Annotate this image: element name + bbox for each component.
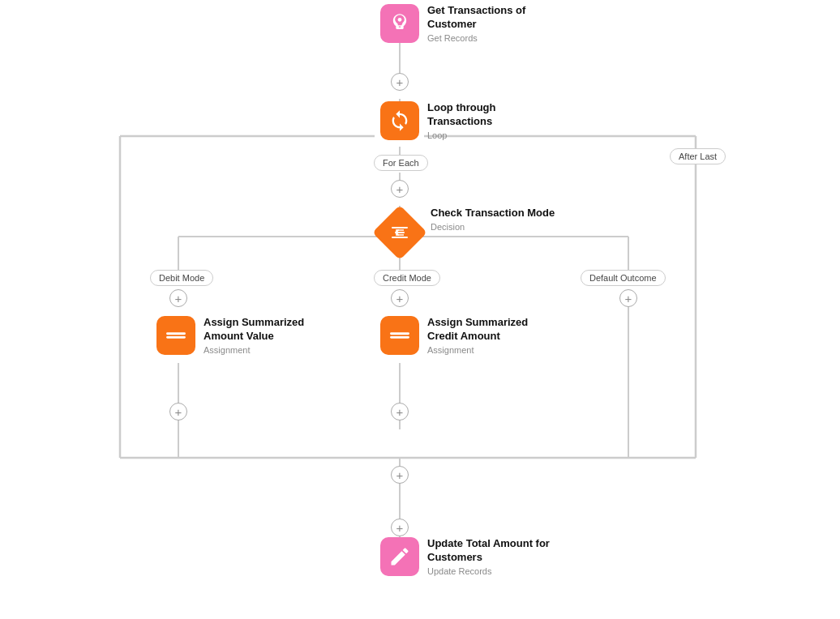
credit-mode-badge: Credit Mode [374, 270, 440, 286]
assign-debit-subtitle: Assignment [204, 345, 321, 355]
update-total-subtitle: Update Records [427, 566, 557, 576]
assign-credit-title: Assign Summarized Credit Amount [427, 316, 545, 344]
get-transactions-subtitle: Get Records [427, 33, 557, 43]
assign-credit-subtitle: Assignment [427, 345, 545, 355]
get-records-icon [380, 4, 419, 43]
assign-debit-node: Assign Summarized Amount Value Assignmen… [156, 316, 321, 355]
update-total-label: Update Total Amount for Customers Update… [427, 537, 557, 576]
assign-debit-icon [156, 316, 195, 355]
add-btn-merge[interactable]: + [391, 466, 409, 484]
for-each-badge: For Each [374, 155, 428, 171]
diamond-shape [372, 205, 427, 260]
assign-credit-node: Assign Summarized Credit Amount Assignme… [380, 316, 545, 355]
assign-debit-label: Assign Summarized Amount Value Assignmen… [204, 316, 321, 355]
add-btn-2[interactable]: + [391, 180, 409, 198]
loop-label: Loop through Transactions Loop [427, 101, 557, 140]
add-btn-1[interactable]: + [391, 73, 409, 91]
add-btn-default[interactable]: + [619, 289, 637, 307]
update-records-icon [380, 537, 419, 576]
update-total-node: Update Total Amount for Customers Update… [380, 537, 557, 576]
add-btn-credit-bottom[interactable]: + [391, 403, 409, 420]
assign-credit-icon [380, 316, 419, 355]
assign-debit-title: Assign Summarized Amount Value [204, 316, 321, 344]
get-transactions-title: Get Transactions of Customer [427, 4, 557, 32]
assign-credit-label: Assign Summarized Credit Amount Assignme… [427, 316, 545, 355]
update-total-title: Update Total Amount for Customers [427, 537, 557, 565]
loop-title: Loop through Transactions [427, 101, 557, 129]
connector-lines [0, 0, 840, 619]
decision-diamond [380, 213, 419, 252]
add-btn-before-update[interactable]: + [391, 519, 409, 536]
default-outcome-badge: Default Outcome [581, 270, 666, 286]
loop-transactions-node: Loop through Transactions Loop [380, 101, 557, 140]
check-mode-label: Check Transaction Mode Decision [431, 207, 555, 232]
svg-point-29 [398, 18, 402, 22]
after-last-badge: After Last [670, 148, 726, 164]
add-btn-debit[interactable]: + [169, 289, 187, 307]
get-transactions-node: Get Transactions of Customer Get Records [380, 4, 557, 43]
loop-icon [380, 101, 419, 140]
flow-canvas: Get Transactions of Customer Get Records… [0, 0, 840, 619]
add-btn-credit[interactable]: + [391, 289, 409, 307]
get-transactions-label: Get Transactions of Customer Get Records [427, 4, 557, 43]
debit-mode-badge: Debit Mode [150, 270, 213, 286]
loop-subtitle: Loop [427, 130, 557, 140]
add-btn-debit-bottom[interactable]: + [169, 403, 187, 420]
